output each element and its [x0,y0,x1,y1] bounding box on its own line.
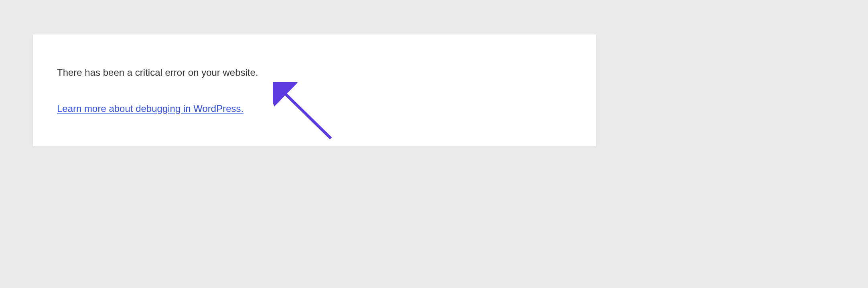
error-notice-box: There has been a critical error on your … [33,34,596,146]
debug-link[interactable]: Learn more about debugging in WordPress. [57,102,243,116]
error-message-text: There has been a critical error on your … [57,66,572,79]
